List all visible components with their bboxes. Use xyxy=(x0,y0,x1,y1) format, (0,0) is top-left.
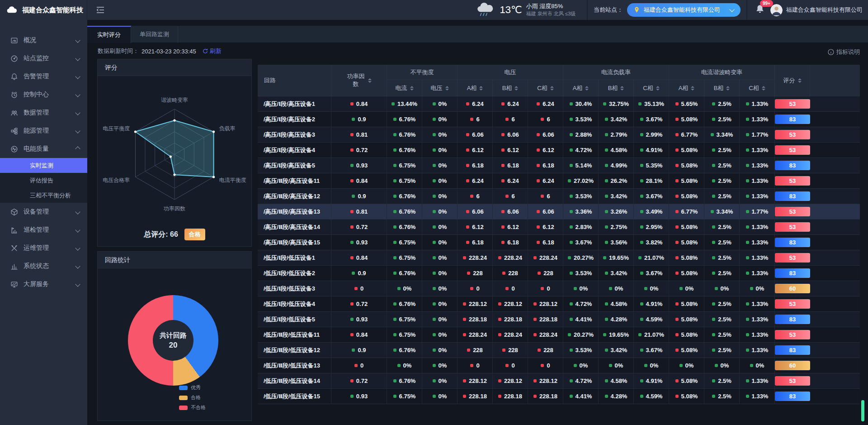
sidebar-item[interactable]: 系统状态 xyxy=(0,257,87,275)
table-row[interactable]: /低压/Ⅱ段/低压设备110.846.75%0%228.24228.24228.… xyxy=(258,327,860,343)
cell: 3.53% xyxy=(563,112,599,127)
refresh-button[interactable]: 刷新 xyxy=(203,47,222,55)
column-header[interactable]: A相 xyxy=(563,80,599,96)
table-row[interactable]: /高压/Ⅱ段/高压设备150.936.75%0%6.186.186.183.67… xyxy=(258,235,860,250)
legend-item[interactable]: 不合格 xyxy=(179,404,206,411)
sidebar-item[interactable]: 电能质量 xyxy=(0,140,87,158)
cell: 4.59% xyxy=(634,312,669,327)
status-dot xyxy=(505,364,509,367)
cell: 0% xyxy=(422,189,458,204)
sidebar-subitem[interactable]: 三相不平衡分析 xyxy=(0,188,87,203)
table-row[interactable]: /高压/Ⅰ段/高压设备20.96.76%0%6663.53%3.42%3.67%… xyxy=(258,112,860,127)
cell: 0% xyxy=(422,281,458,296)
score-badge: 53 xyxy=(775,330,810,339)
table-row[interactable]: /高压/Ⅰ段/高压设备30.816.76%0%6.066.066.062.88%… xyxy=(258,127,860,143)
sidebar-item[interactable]: 能源管理 xyxy=(0,122,87,140)
status-dot xyxy=(505,195,509,198)
sidebar-item[interactable]: 运维管理 xyxy=(0,239,87,257)
table-row[interactable]: /高压/Ⅱ段/高压设备130.816.76%0%6.066.066.063.36… xyxy=(258,204,860,220)
score-badge: 83 xyxy=(775,161,810,170)
sidebar-item[interactable]: 设备管理 xyxy=(0,203,87,221)
notifications-button[interactable]: 99+ xyxy=(755,4,765,16)
indicator-help-link[interactable]: 指标说明 xyxy=(828,48,860,56)
column-header[interactable]: B相 xyxy=(599,80,634,96)
legend-item[interactable]: 合格 xyxy=(179,394,206,401)
column-header[interactable]: 评分 xyxy=(775,65,810,96)
column-header[interactable]: 功率因数 xyxy=(331,65,387,96)
table-row[interactable]: /低压/Ⅰ段/低压设备40.726.76%0%228.12228.12228.1… xyxy=(258,296,860,312)
cell: 0% xyxy=(422,173,458,188)
sidebar-item[interactable]: 站点监控 xyxy=(0,49,87,67)
legend-item[interactable]: 优秀 xyxy=(179,384,206,391)
table-row[interactable]: /低压/Ⅱ段/低压设备120.96.76%0%2282282283.53%3.4… xyxy=(258,343,860,358)
table-row[interactable]: /低压/Ⅱ段/低压设备140.726.76%0%228.12228.12228.… xyxy=(258,373,860,389)
column-header[interactable]: A相 xyxy=(669,80,704,96)
legend-swatch xyxy=(179,406,188,410)
station-select[interactable]: 福建合众鑫智能科技有限公司 xyxy=(627,3,741,17)
status-dot xyxy=(746,179,749,182)
cell: 0% xyxy=(634,281,669,296)
cell: 5.08% xyxy=(669,343,704,358)
table-row[interactable]: /高压/Ⅱ段/高压设备120.96.76%0%6663.53%3.42%3.67… xyxy=(258,189,860,204)
cell: 228 xyxy=(528,343,563,358)
status-dot xyxy=(605,179,608,182)
cell: 6.76% xyxy=(387,296,422,311)
sidebar-subitem[interactable]: 实时监测 xyxy=(0,158,87,173)
status-dot xyxy=(675,133,679,136)
status-dot xyxy=(570,395,573,398)
status-dot xyxy=(715,287,718,290)
status-dot xyxy=(537,210,540,213)
column-header[interactable]: 电流 xyxy=(387,80,422,96)
sidebar-item[interactable]: 巡检管理 xyxy=(0,221,87,239)
column-header[interactable]: B相 xyxy=(704,80,740,96)
status-dot xyxy=(570,302,573,306)
sidebar-item[interactable]: 大屏服务 xyxy=(0,275,87,293)
score-panel: 评分 谐波畸变率负载率电流平衡度功率因数电压合格率电压平衡度 总评分: 66 合… xyxy=(97,59,252,247)
user-menu[interactable]: 福建合众鑫智能科技有限公司 xyxy=(770,4,863,16)
table-row[interactable]: /低压/Ⅱ段/低压设备1300%0%0000%0%0%0%0%0%60 xyxy=(258,358,860,373)
weather-location: 福建 泉州市 北风 ≤3级 xyxy=(526,10,576,18)
table-row[interactable]: /高压/Ⅱ段/高压设备110.846.75%0%6.246.246.2427.0… xyxy=(258,173,860,189)
cell: 2.5% xyxy=(704,327,740,342)
scrollbar-thumb[interactable] xyxy=(861,400,864,421)
status-dot xyxy=(711,210,714,213)
column-header[interactable]: A相 xyxy=(458,80,493,96)
status-dot xyxy=(605,318,608,321)
table-row[interactable]: /高压/Ⅱ段/高压设备140.726.76%0%6.126.126.122.83… xyxy=(258,220,860,235)
sidebar-item[interactable]: 告警管理 xyxy=(0,67,87,86)
sort-carets-icon xyxy=(656,86,660,91)
status-dot xyxy=(393,256,396,259)
sidebar-subitem[interactable]: 评估报告 xyxy=(0,173,87,188)
column-header[interactable]: C相 xyxy=(740,80,775,96)
sidebar-item[interactable]: 数据管理 xyxy=(0,104,87,122)
column-header[interactable]: C相 xyxy=(528,80,563,96)
column-header[interactable]: 电压 xyxy=(422,80,458,96)
sidebar-collapse-button[interactable] xyxy=(96,7,104,13)
status-dot xyxy=(354,364,358,367)
legend-label: 不合格 xyxy=(191,404,206,411)
cell: 3.82% xyxy=(634,235,669,250)
table-row[interactable]: /低压/Ⅰ段/低压设备10.846.75%0%228.24228.24228.2… xyxy=(258,250,860,266)
sidebar-item[interactable]: 概况 xyxy=(0,31,87,49)
tab-active[interactable]: 实时评分 xyxy=(87,26,131,43)
cell: 0.81 xyxy=(331,204,387,219)
table-row[interactable]: /低压/Ⅰ段/低压设备20.96.76%0%2282282283.53%3.42… xyxy=(258,266,860,281)
column-header[interactable]: C相 xyxy=(634,80,669,96)
status-dot xyxy=(675,272,679,275)
table-row[interactable]: /高压/Ⅰ段/高压设备50.936.75%0%6.186.186.185.14%… xyxy=(258,158,860,173)
sidebar-item[interactable]: 控制中心 xyxy=(0,86,87,104)
table-row[interactable]: /低压/Ⅰ段/低压设备300%0%0000%0%0%0%0%0%60 xyxy=(258,281,860,296)
sidebar-submenu: 实时监测评估报告三相不平衡分析 xyxy=(0,158,87,203)
column-header[interactable]: B相 xyxy=(493,80,528,96)
table-row[interactable]: /低压/Ⅰ段/低压设备50.936.75%0%228.18228.18228.1… xyxy=(258,312,860,327)
table-row[interactable]: /低压/Ⅱ段/低压设备150.936.75%0%228.18228.18228.… xyxy=(258,389,860,404)
cell: 0% xyxy=(387,358,422,373)
table-row[interactable]: /高压/Ⅰ段/高压设备10.8413.44%0%6.246.246.2430.4… xyxy=(258,96,860,112)
cell: 6.24 xyxy=(493,96,528,111)
tab-inactive[interactable]: 单回路监测 xyxy=(131,26,178,43)
cell: 4.41% xyxy=(563,389,599,404)
table-row[interactable]: /高压/Ⅰ段/高压设备40.726.76%0%6.126.126.124.72%… xyxy=(258,143,860,158)
status-dot xyxy=(605,133,608,136)
status-dot xyxy=(463,302,466,306)
status-dot xyxy=(640,210,643,213)
